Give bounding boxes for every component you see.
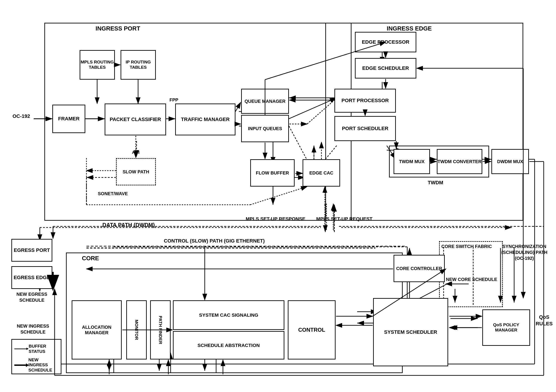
mpls-response-label: MPLS SET-UP RESPONSE [246, 216, 305, 222]
framer-box: FRAMER [52, 105, 85, 133]
core-label: CORE [82, 255, 99, 262]
legend-new-ingress: NEW INGRESSSCHEDULE [28, 357, 58, 373]
control-box: CONTROL [288, 300, 336, 360]
new-egress-schedule-label: NEW EGRESS SCHEDULE [11, 291, 52, 303]
twdm-label: TWDM [428, 180, 443, 186]
mpls-request-label: MPLS SET-UP REQUEST [316, 216, 372, 222]
sync-path-label: SYNCHRONIZATION (SCHEDULING) PATH (OC-19… [501, 243, 548, 261]
qos-policy-manager-box: QoS POLICY MANAGER [482, 309, 530, 346]
asi-label: ASI [132, 150, 139, 155]
egress-edge-box: EGRESS EDGE [11, 266, 52, 289]
core-switch-fabric-label: CORE SWITCH FABRIC [441, 243, 492, 249]
qos-rules-label: QoS RULES [532, 314, 556, 327]
oc192-label: OC-192 [13, 113, 30, 119]
core-controller-box: CORE CONTROLLER [394, 255, 445, 282]
port-processor-box: PORT PROCESSOR [334, 89, 396, 113]
control-slow-path-label: CONTROL (SLOW) PATH (GIG ETHERNET) [164, 238, 265, 244]
path-finder-box: PATH FINDER [150, 300, 171, 360]
sonet-wave-label: SONET/WAVE [98, 191, 128, 196]
traffic-manager-box: TRAFFIC MANAGER [175, 104, 235, 135]
input-queues-box: INPUT QUEUES [241, 115, 289, 142]
diagram: INGRESS PORT INGRESS EDGE OC-192 FRAMER … [0, 0, 556, 392]
ingress-port-label: INGRESS PORT [96, 25, 140, 32]
monitor-box: MONITOR [126, 300, 147, 360]
system-scheduler-box: SYSTEM SCHEDULER [373, 298, 448, 366]
slow-path-box: SLOW PATH [116, 158, 156, 185]
mpls-routing-box: MPLS ROUTING TABLES [80, 50, 115, 80]
queue-manager-box: QUEUE MANAGER [241, 89, 289, 114]
system-cac-signaling-box: SYSTEM CAC SIGNALING [173, 300, 284, 330]
core-switch-fabric-region [439, 241, 503, 307]
twdm-converter-box: TWDM CONVERTER [437, 149, 482, 174]
packet-classifier-box: PACKET CLASSIFIER [105, 104, 166, 135]
dwdm-mux-box: DWDM MUX [491, 149, 529, 174]
egress-port-box: EGRESS PORT [11, 239, 52, 262]
port-scheduler-box: PORT SCHEDULER [334, 116, 396, 141]
schedule-abstraction-box: SCHEDULE ABSTRACTION [173, 331, 284, 360]
allocation-manager-box: ALLOCATION MANAGER [72, 300, 122, 360]
edge-scheduler-box: EDGE SCHEDULER [355, 58, 416, 78]
legend-buffer-status: BUFFERSTATUS [29, 344, 46, 354]
twdm-mux-box: TWDM MUX [394, 149, 430, 174]
ip-routing-box: IP ROUTING TABLES [121, 50, 156, 80]
ingress-edge-label: INGRESS EDGE [387, 25, 432, 32]
new-core-schedule-label: NEW CORE SCHEDULE [446, 277, 497, 282]
legend-box: BUFFERSTATUS NEW INGRESSSCHEDULE [11, 339, 62, 374]
new-ingress-schedule-label: NEW INGRESS SCHEDULE [11, 323, 54, 335]
edge-cac-box: EDGE CAC [302, 159, 340, 187]
fpp-label: FPP [170, 97, 178, 103]
data-path-label: DATA PATH (DWDM) [102, 222, 155, 228]
edge-processor-box: EDGE PROCESSOR [355, 32, 416, 52]
flow-buffer-box: FLOW BUFFER [250, 159, 295, 187]
